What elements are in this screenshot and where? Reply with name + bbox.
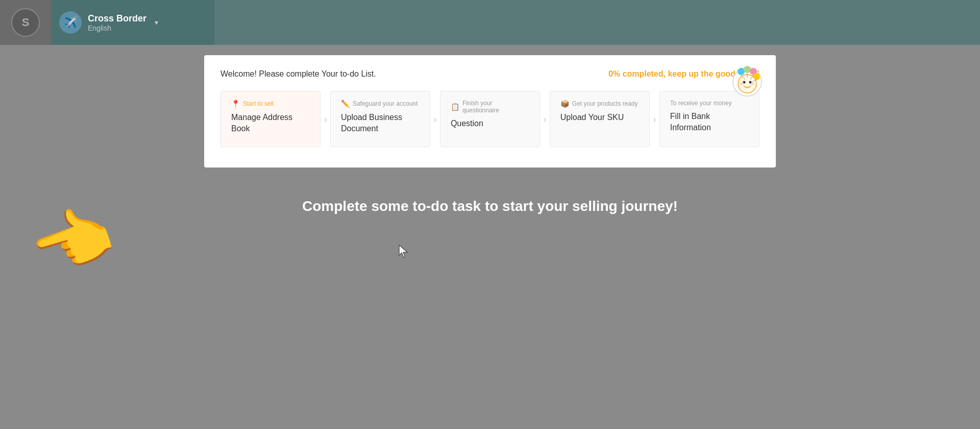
bottom-message: Complete some to-do task to start your s… bbox=[302, 198, 678, 214]
step-label-4: 📦Get your products ready bbox=[560, 100, 639, 108]
step-label-text-4: Get your products ready bbox=[572, 100, 638, 107]
step-title-5: Fill in Bank Information bbox=[670, 111, 749, 134]
step-icon-4: 📦 bbox=[560, 100, 569, 108]
header-brand[interactable]: ✈️ Cross Border English ▾ bbox=[51, 0, 214, 45]
step-card-2[interactable]: ✏️Safeguard your accountUpload Business … bbox=[330, 91, 430, 147]
step-label-text-3: Finish your questionnaire bbox=[462, 100, 529, 114]
steps-row: 📍Start to sellManage Address Book›✏️Safe… bbox=[220, 91, 760, 147]
step-icon-3: 📋 bbox=[451, 103, 459, 111]
brand-icon: ✈️ bbox=[59, 11, 82, 34]
svg-point-9 bbox=[750, 82, 754, 85]
step-title-1: Manage Address Book bbox=[231, 112, 310, 135]
step-arrow-3: › bbox=[543, 113, 547, 125]
svg-point-1 bbox=[738, 68, 745, 75]
todo-welcome-text: Welcome! Please complete Your to-do List… bbox=[220, 69, 376, 79]
brand-text: Cross Border English bbox=[88, 13, 146, 32]
step-label-2: ✏️Safeguard your account bbox=[341, 100, 420, 108]
step-label-3: 📋Finish your questionnaire bbox=[451, 100, 529, 114]
step-label-text-2: Safeguard your account bbox=[353, 100, 418, 107]
mascot-svg bbox=[731, 65, 764, 98]
main-content: 👈 Welcome! Please complete Your to-do Li… bbox=[0, 45, 980, 429]
logo-letter: S bbox=[22, 16, 30, 29]
step-card-4[interactable]: 📦Get your products readyUpload Your SKU bbox=[550, 91, 650, 147]
brand-name: Cross Border bbox=[88, 13, 146, 24]
step-title-4: Upload Your SKU bbox=[560, 112, 639, 123]
step-icon-1: 📍 bbox=[231, 100, 240, 108]
step-title-2: Upload Business Document bbox=[341, 112, 420, 135]
step-label-text-1: Start to sell bbox=[243, 100, 274, 107]
step-card-5[interactable]: To receive your moneyFill in Bank Inform… bbox=[659, 91, 760, 147]
step-arrow-2: › bbox=[433, 113, 437, 125]
step-card-1[interactable]: 📍Start to sellManage Address Book bbox=[220, 91, 321, 147]
todo-card: Welcome! Please complete Your to-do List… bbox=[204, 55, 776, 168]
logo-area: S bbox=[0, 0, 51, 45]
mascot-icon bbox=[731, 65, 764, 98]
dropdown-arrow-icon[interactable]: ▾ bbox=[155, 18, 158, 27]
step-label-1: 📍Start to sell bbox=[231, 100, 310, 108]
cursor-icon bbox=[398, 244, 410, 259]
header: S ✈️ Cross Border English ▾ bbox=[0, 0, 980, 45]
svg-point-2 bbox=[744, 66, 751, 73]
step-label-text-5: To receive your money bbox=[670, 100, 732, 107]
brand-lang: English bbox=[88, 24, 146, 32]
logo-circle: S bbox=[11, 8, 40, 37]
step-arrow-4: › bbox=[653, 113, 656, 125]
step-card-3[interactable]: 📋Finish your questionnaireQuestion bbox=[440, 91, 540, 147]
todo-header: Welcome! Please complete Your to-do List… bbox=[220, 69, 760, 79]
step-arrow-1: › bbox=[324, 113, 327, 125]
svg-point-8 bbox=[740, 82, 744, 85]
step-icon-2: ✏️ bbox=[341, 100, 350, 108]
step-label-5: To receive your money bbox=[670, 100, 749, 107]
hand-cursor-icon: 👈 bbox=[20, 192, 124, 293]
step-title-3: Question bbox=[451, 118, 529, 129]
